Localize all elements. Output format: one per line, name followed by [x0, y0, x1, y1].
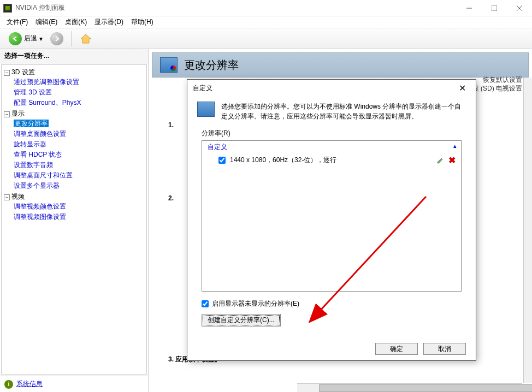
- back-dropdown-icon: ▾: [39, 35, 43, 43]
- custom-resolution-dialog: 自定义 ✕ 选择您要添加的分辨率。您可以为不使用标准 Windows 分辨率的显…: [187, 79, 476, 361]
- collapse-icon[interactable]: −: [4, 70, 10, 76]
- page-title: 更改分辨率: [184, 58, 239, 73]
- back-label: 后退: [24, 34, 37, 43]
- create-custom-resolution-button[interactable]: 创建自定义分辨率(C)...: [202, 314, 281, 326]
- vertical-scrollbar[interactable]: [523, 78, 532, 383]
- home-icon: [79, 32, 92, 45]
- tree-item-preview-adjust[interactable]: 通过预览调整图像设置: [14, 78, 79, 86]
- tree-group-label: 3D 设置: [11, 68, 35, 76]
- task-tree: −3D 设置 通过预览调整图像设置 管理 3D 设置 配置 Surround、P…: [1, 64, 147, 375]
- tree-item-manage-3d[interactable]: 管理 3D 设置: [14, 88, 52, 96]
- dialog-info-text: 选择您要添加的分辨率。您可以为不使用标准 Windows 分辨率的显示器创建一个…: [221, 102, 466, 121]
- system-info-link[interactable]: 系统信息: [16, 379, 43, 389]
- dialog-footer: 确定 取消: [187, 337, 476, 360]
- resolution-item[interactable]: 1440 x 1080，60Hz（32-位），逐行 ✖: [202, 153, 461, 167]
- sidebar: 选择一项任务... −3D 设置 通过预览调整图像设置 管理 3D 设置 配置 …: [0, 49, 149, 392]
- tree-group-video: −视频 调整视频颜色设置 调整视频图像设置: [4, 192, 146, 223]
- tree-item-surround-physx[interactable]: 配置 Surround、PhysX: [14, 99, 81, 106]
- sidebar-footer: i 系统信息: [0, 376, 148, 392]
- step-1-label: 1.: [168, 121, 174, 129]
- resolution-item-label: 1440 x 1080，60Hz（32-位），逐行: [230, 156, 336, 165]
- scrollbar-thumb[interactable]: [319, 384, 532, 392]
- back-button[interactable]: 后退 ▾: [7, 31, 45, 46]
- tree-item-adjust-desktop-color[interactable]: 调整桌面颜色设置: [14, 130, 66, 138]
- home-button[interactable]: [77, 31, 94, 46]
- menu-display[interactable]: 显示器(D): [94, 17, 123, 27]
- collapse-icon[interactable]: ▴: [453, 142, 457, 150]
- window-title: NVIDIA 控制面板: [15, 3, 65, 13]
- tree-group-label: 视频: [11, 193, 25, 200]
- dialog-body: 选择您要添加的分辨率。您可以为不使用标准 Windows 分辨率的显示器创建一个…: [187, 96, 476, 337]
- maximize-button[interactable]: [482, 0, 507, 16]
- tree-group-display: −显示 更改分辨率 调整桌面颜色设置 旋转显示器 查看 HDCP 状态 设置数字…: [4, 109, 146, 192]
- enable-hidden-label: 启用显示器未显示的分辨率(E): [212, 299, 299, 308]
- ok-button[interactable]: 确定: [375, 343, 418, 355]
- tree-item-digital-audio[interactable]: 设置数字音频: [14, 161, 53, 169]
- toolbar-separator: [71, 31, 72, 46]
- tree-group-3d: −3D 设置 通过预览调整图像设置 管理 3D 设置 配置 Surround、P…: [4, 67, 146, 109]
- dialog-info-row: 选择您要添加的分辨率。您可以为不使用标准 Windows 分辨率的显示器创建一个…: [197, 102, 466, 121]
- window-controls: [457, 0, 532, 16]
- collapse-icon[interactable]: −: [4, 111, 10, 117]
- sd-tv-hint: 度 (SD) 电视设置: [472, 84, 522, 93]
- titlebar: NVIDIA 控制面板: [0, 0, 532, 16]
- monitor-icon: [160, 57, 178, 73]
- close-button[interactable]: [507, 0, 532, 16]
- enable-hidden-row: 启用显示器未显示的分辨率(E): [202, 299, 466, 308]
- monitor-icon: [197, 102, 215, 117]
- forward-button[interactable]: [48, 31, 66, 46]
- dialog-titlebar: 自定义 ✕: [187, 80, 476, 96]
- edit-icon[interactable]: [436, 157, 444, 164]
- resolution-checkbox[interactable]: [218, 157, 226, 164]
- dialog-title: 自定义: [193, 84, 212, 93]
- menu-help[interactable]: 帮助(H): [131, 17, 153, 27]
- menubar: 文件(F) 编辑(E) 桌面(K) 显示器(D) 帮助(H): [0, 16, 532, 28]
- content-header: 更改分辨率: [152, 52, 529, 78]
- enable-hidden-checkbox[interactable]: [202, 300, 209, 307]
- toolbar: 后退 ▾: [0, 28, 532, 49]
- info-icon: i: [4, 380, 13, 389]
- delete-icon[interactable]: ✖: [448, 155, 456, 165]
- tree-item-rotate-display[interactable]: 旋转显示器: [14, 140, 46, 148]
- menu-edit[interactable]: 编辑(E): [36, 17, 57, 27]
- step-2-label: 2.: [168, 194, 174, 202]
- svg-rect-1: [492, 5, 497, 11]
- resolution-group-header: 自定义: [202, 141, 461, 153]
- menu-file[interactable]: 文件(F): [7, 17, 28, 27]
- tree-item-video-image[interactable]: 调整视频图像设置: [14, 213, 66, 221]
- back-icon: [9, 32, 22, 45]
- resolution-label: 分辨率(R): [202, 129, 466, 138]
- forward-icon: [50, 32, 63, 45]
- sidebar-header: 选择一项任务...: [0, 49, 148, 63]
- tree-item-multiple-displays[interactable]: 设置多个显示器: [14, 182, 60, 189]
- menu-desktop[interactable]: 桌面(K): [65, 17, 87, 27]
- restore-defaults-link[interactable]: 恢复默认设置: [483, 75, 522, 85]
- minimize-button[interactable]: [457, 0, 482, 16]
- tree-item-video-color[interactable]: 调整视频颜色设置: [14, 203, 66, 210]
- tree-group-label: 显示: [11, 110, 25, 117]
- tree-item-desktop-size-position[interactable]: 调整桌面尺寸和位置: [14, 171, 73, 179]
- collapse-icon[interactable]: −: [4, 194, 10, 200]
- tree-item-change-resolution[interactable]: 更改分辨率: [14, 120, 49, 127]
- horizontal-scrollbar[interactable]: [297, 383, 522, 392]
- cancel-button[interactable]: 取消: [423, 343, 466, 355]
- dialog-close-button[interactable]: ✕: [454, 83, 470, 93]
- resolution-listbox[interactable]: 自定义 ▴ 1440 x 1080，60Hz（32-位），逐行 ✖: [202, 140, 462, 292]
- tree-item-hdcp-status[interactable]: 查看 HDCP 状态: [14, 151, 62, 158]
- app-icon: [3, 4, 12, 13]
